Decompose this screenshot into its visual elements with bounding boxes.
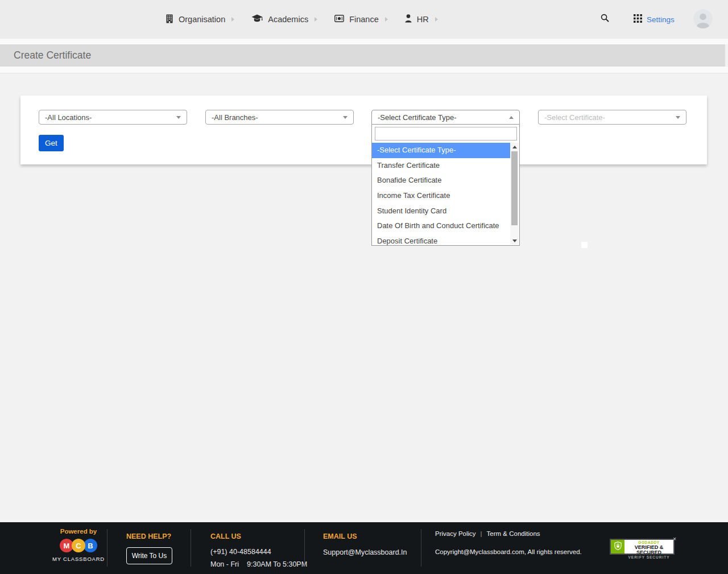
mcb-logo: M C B: [50, 539, 107, 552]
badge-close-icon[interactable]: ×: [673, 536, 676, 542]
email-us-title: EMAIL US: [323, 532, 407, 540]
person-icon: [405, 14, 412, 24]
certificate-type-select[interactable]: -Select Certificate Type-: [371, 110, 520, 125]
certificate-type-option[interactable]: -Select Certificate Type-: [372, 143, 510, 158]
chevron-right-icon: [435, 17, 438, 22]
shield-lock-icon: [614, 542, 622, 552]
support-email: Support@Myclassboard.In: [323, 548, 407, 556]
godaddy-shield-area: [611, 540, 624, 554]
settings-button[interactable]: Settings: [634, 14, 675, 24]
search-button[interactable]: [601, 14, 609, 24]
godaddy-badge[interactable]: GODADDY VERIFIED & SECURED VERIFY SECURI…: [610, 539, 675, 555]
footer-email-us: EMAIL US Support@Myclassboard.In: [323, 532, 407, 556]
nav-item-finance[interactable]: Finance: [334, 15, 388, 24]
building-icon: [166, 14, 173, 25]
godaddy-line3: VERIFY SECURITY: [624, 556, 673, 560]
nav-label: HR: [417, 15, 429, 24]
certificate-type-option[interactable]: Student Identity Card: [372, 204, 510, 219]
certificate-type-option[interactable]: Income Tax Certificate: [372, 188, 510, 204]
branches-select-value: -All Branches-: [212, 113, 258, 122]
graduation-cap-icon: [251, 14, 263, 24]
main-nav: Organisation Academics: [166, 0, 438, 39]
footer: Powered by M C B MY CLASSBOARD NEED HELP…: [0, 522, 728, 574]
chevron-up-icon: [509, 116, 514, 119]
page-title: Create Certificate: [14, 49, 91, 61]
apps-grid-icon: [634, 14, 642, 24]
write-to-us-button[interactable]: Write To Us: [126, 547, 172, 564]
link-separator: |: [481, 530, 482, 537]
godaddy-badge-text: GODADDY VERIFIED & SECURED VERIFY SECURI…: [624, 540, 673, 554]
terms-link[interactable]: Term & Conditions: [487, 530, 540, 537]
brand-name: MY CLASSBOARD: [50, 556, 107, 562]
certificate-type-option[interactable]: Bonafide Certificate: [372, 173, 510, 188]
nav-item-organisation[interactable]: Organisation: [166, 14, 234, 25]
chevron-right-icon: [315, 17, 317, 22]
scrollbar-down-button[interactable]: [510, 237, 519, 245]
chevron-down-icon: [343, 116, 348, 119]
nav-item-academics[interactable]: Academics: [251, 14, 317, 24]
stray-white-square: [581, 242, 588, 248]
get-button[interactable]: Get: [39, 135, 64, 151]
chevron-right-icon: [385, 17, 388, 22]
footer-divider: [421, 529, 421, 567]
certificate-type-search-input[interactable]: [375, 127, 517, 141]
footer-legal: Privacy Policy | Term & Conditions Copyr…: [435, 530, 582, 555]
nav-label: Finance: [349, 15, 379, 24]
chevron-down-icon: [676, 116, 680, 119]
footer-need-help: NEED HELP? Write To Us: [126, 532, 172, 564]
certificate-type-options: -Select Certificate Type-Transfer Certif…: [372, 143, 510, 245]
call-us-title: CALL US: [210, 532, 307, 540]
locations-select[interactable]: -All Locations-: [39, 110, 187, 125]
footer-brand: Powered by M C B MY CLASSBOARD: [50, 528, 107, 562]
triangle-down-icon: [512, 239, 517, 242]
certificate-type-select-value: -Select Certificate Type-: [378, 113, 456, 122]
footer-divider: [107, 529, 107, 567]
triangle-up-icon: [512, 146, 517, 148]
footer-divider: [304, 529, 305, 567]
godaddy-line2: VERIFIED & SECURED: [624, 545, 673, 556]
powered-by-label: Powered by: [50, 528, 107, 535]
top-header: Organisation Academics: [0, 0, 728, 39]
privacy-policy-link[interactable]: Privacy Policy: [435, 530, 476, 537]
certificate-type-option[interactable]: Transfer Certificate: [372, 158, 510, 174]
certificate-type-option[interactable]: Date Of Birth and Conduct Certificate: [372, 218, 510, 234]
nav-label: Organisation: [179, 15, 225, 24]
search-icon: [601, 14, 609, 24]
title-gap-strip: [0, 67, 728, 73]
banknote-icon: [334, 15, 344, 24]
working-hours: 9:30AM To 5:30PM: [247, 560, 307, 568]
footer-divider: [191, 529, 191, 567]
nav-label: Academics: [268, 15, 308, 24]
certificate-type-dropdown: -Select Certificate Type-Transfer Certif…: [371, 125, 520, 246]
avatar[interactable]: [693, 9, 713, 28]
chevron-right-icon: [231, 17, 234, 22]
nav-item-hr[interactable]: HR: [405, 14, 438, 24]
certificate-select-value: -Select Certificate-: [544, 113, 605, 122]
dropdown-scrollbar: [510, 143, 519, 245]
logo-letter-b: B: [84, 539, 97, 552]
working-days: Mon - Fri: [210, 560, 239, 568]
header-gap-strip: [0, 39, 728, 44]
locations-select-value: -All Locations-: [45, 113, 92, 122]
certificate-type-option[interactable]: Deposit Certificate: [372, 234, 510, 245]
certificate-type-combo: -Select Certificate Type- -Select Certif…: [371, 110, 520, 246]
copyright-text: Copyright@Myclassboard.com, All rights r…: [435, 548, 582, 555]
scrollbar-up-button[interactable]: [510, 143, 519, 151]
phone-number: (+91) 40-48584444: [210, 548, 307, 556]
filter-panel: -All Locations- -All Branches- -Select C…: [20, 96, 707, 164]
footer-call-us: CALL US (+91) 40-48584444 Mon - Fri 9:30…: [210, 532, 307, 568]
certificate-select[interactable]: -Select Certificate-: [538, 110, 686, 125]
scrollbar-thumb[interactable]: [511, 151, 518, 225]
page-title-bar: Create Certificate: [0, 44, 725, 67]
branches-select[interactable]: -All Branches-: [205, 110, 354, 125]
chevron-down-icon: [176, 116, 181, 119]
need-help-title: NEED HELP?: [126, 532, 172, 540]
settings-label: Settings: [647, 15, 675, 24]
logo-letter-c: C: [72, 539, 85, 552]
